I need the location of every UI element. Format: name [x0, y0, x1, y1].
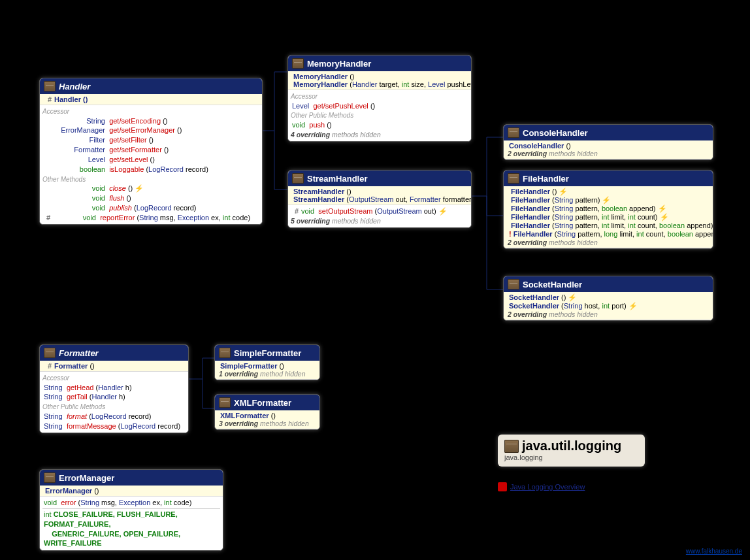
hidden-note: 4 overriding methods hidden — [291, 131, 381, 139]
class-title: MemoryHandler — [288, 56, 471, 71]
doc-link[interactable]: Java Logging Overview — [498, 482, 585, 491]
watermark[interactable]: www.falkhausen.de — [686, 548, 742, 555]
package-icon — [44, 348, 56, 358]
package-icon — [44, 472, 56, 483]
class-handler: Handler #Handler () Accessor String get/… — [39, 78, 263, 225]
class-title: FileHandler — [504, 171, 713, 186]
class-title: ErrorManager — [40, 470, 223, 486]
class-simpleformatter: SimpleFormatter SimpleFormatter () 1 ove… — [214, 344, 320, 380]
package-icon — [508, 279, 519, 289]
package-icon — [219, 397, 231, 408]
package-icon — [219, 348, 231, 358]
class-memoryhandler: MemoryHandler MemoryHandler () MemoryHan… — [287, 55, 472, 142]
class-xmlformatter: XMLFormatter XMLFormatter () 3 overridin… — [214, 394, 320, 430]
class-filehandler: FileHandler FileHandler () ⚡ FileHandler… — [503, 170, 713, 249]
module-name: java.logging — [504, 453, 638, 461]
oracle-icon — [498, 482, 507, 491]
package-icon — [508, 127, 519, 138]
class-title: Handler — [40, 78, 262, 94]
section-other: Other Methods — [42, 174, 259, 184]
class-streamhandler: StreamHandler StreamHandler () StreamHan… — [287, 170, 472, 228]
class-title: XMLFormatter — [215, 395, 319, 410]
class-formatter: Formatter #Formatter () Accessor String … — [39, 344, 189, 433]
class-consolehandler: ConsoleHandler ConsoleHandler () 2 overr… — [503, 124, 713, 160]
class-title: StreamHandler — [288, 171, 471, 186]
ctor: Handler () — [54, 95, 88, 103]
section-accessor: Accessor — [42, 107, 259, 116]
class-title: SocketHandler — [504, 276, 713, 292]
class-title: SimpleFormatter — [215, 345, 319, 361]
package-info: java.util.logging java.logging — [498, 435, 645, 467]
package-icon — [292, 58, 304, 69]
class-errormanager: ErrorManager ErrorManager () void error … — [39, 469, 223, 551]
package-icon — [508, 173, 519, 184]
package-icon — [292, 173, 304, 184]
package-icon — [44, 81, 56, 91]
class-title: Formatter — [40, 345, 188, 361]
link-text[interactable]: Java Logging Overview — [510, 483, 585, 491]
class-title: ConsoleHandler — [504, 125, 713, 140]
class-sockethandler: SocketHandler SocketHandler () ⚡ SocketH… — [503, 276, 713, 321]
package-title: java.util.logging — [522, 438, 621, 453]
package-icon — [504, 440, 519, 453]
